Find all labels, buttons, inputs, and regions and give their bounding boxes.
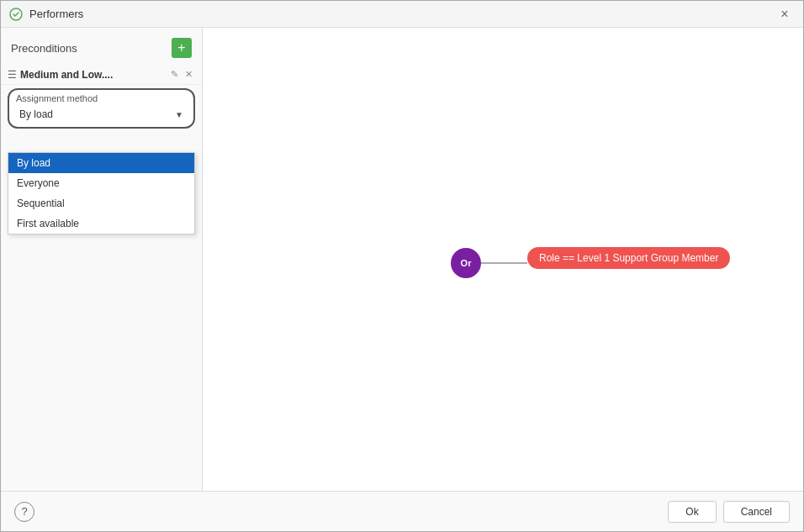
dropdown-item-sequential[interactable]: Sequential [8, 193, 194, 213]
footer-buttons: Ok Cancel [668, 501, 790, 523]
title-bar-left: Performers [9, 8, 83, 21]
content-area: Preconditions + ☰ Medium and Low.... ✎ ✕… [1, 28, 803, 491]
or-node: Or [451, 248, 481, 278]
assignment-select-value: By load [19, 108, 53, 120]
dropdown-item-everyone[interactable]: Everyone [8, 173, 194, 193]
ok-button[interactable]: Ok [668, 501, 716, 523]
sidebar: Preconditions + ☰ Medium and Low.... ✎ ✕… [1, 28, 203, 491]
assignment-method-box: Assignment method By load ▼ [8, 88, 195, 129]
preconditions-header: Preconditions + [1, 28, 202, 65]
add-precondition-button[interactable]: + [172, 38, 192, 58]
assignment-method-section: Assignment method By load ▼ By load Ever… [1, 85, 202, 129]
help-button[interactable]: ? [14, 502, 34, 522]
list-icon: ☰ [8, 69, 17, 81]
dropdown-item-first-available[interactable]: First available [8, 213, 194, 234]
sidebar-item-actions: ✎ ✕ [168, 68, 195, 81]
main-canvas: Or Role == Level 1 Support Group Member [203, 28, 803, 491]
dropdown-arrow-icon: ▼ [175, 110, 183, 119]
connector-line [481, 262, 527, 264]
dropdown-list: By load Everyone Sequential First availa… [8, 152, 195, 234]
preconditions-label: Preconditions [11, 42, 77, 55]
delete-item-button[interactable]: ✕ [182, 68, 195, 81]
role-node[interactable]: Role == Level 1 Support Group Member [527, 247, 730, 269]
edit-item-button[interactable]: ✎ [168, 68, 181, 81]
footer: ? Ok Cancel [1, 491, 803, 531]
assignment-method-title: Assignment method [16, 93, 187, 103]
cancel-button[interactable]: Cancel [723, 501, 790, 523]
close-button[interactable]: × [775, 4, 795, 24]
sidebar-item-label: Medium and Low.... [20, 69, 165, 81]
main-window: Performers × Preconditions + ☰ Medium an… [0, 0, 804, 532]
sidebar-item-row[interactable]: ☰ Medium and Low.... ✎ ✕ [1, 65, 202, 85]
assignment-select-row[interactable]: By load ▼ [16, 107, 187, 122]
dropdown-item-by-load[interactable]: By load [8, 153, 194, 173]
performers-icon [9, 8, 23, 21]
title-bar: Performers × [1, 1, 803, 28]
window-title: Performers [29, 8, 83, 20]
